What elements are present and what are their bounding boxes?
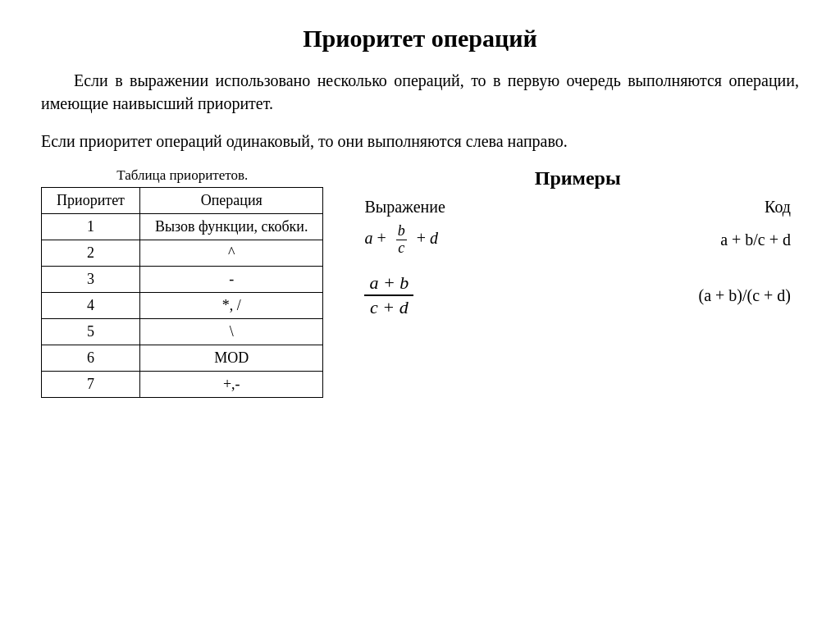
table-row: 3- — [42, 267, 323, 293]
example-row-1: a + b c + d a + b/c + d — [356, 223, 799, 257]
paragraph-1: Если в выражении использовано несколько … — [41, 69, 799, 115]
col-header-priority: Приоритет — [42, 188, 140, 214]
content-area: Таблица приоритетов. Приоритет Операция … — [41, 167, 799, 398]
cell-operation-5: MOD — [140, 345, 323, 372]
cell-priority-6: 7 — [42, 372, 140, 398]
big-fraction-2: a + b c + d — [364, 272, 413, 320]
col-header-operation: Операция — [140, 188, 323, 214]
cell-operation-3: *, / — [140, 293, 323, 319]
small-fraction-1: b c — [396, 223, 407, 257]
page-title: Приоритет операций — [41, 25, 799, 52]
table-row: 5\ — [42, 319, 323, 345]
examples-section: Примеры Выражение Код a + b c + d a + b/… — [348, 167, 799, 335]
table-row: 7+,- — [42, 372, 323, 398]
table-row: 1Вызов функции, скобки. — [42, 214, 323, 240]
cell-operation-1: ^ — [140, 240, 323, 267]
expr-math-2: a + b c + d — [364, 272, 479, 320]
paragraph-2: Если приоритет операций одинаковый, то о… — [41, 130, 799, 153]
col-code-label: Код — [765, 198, 791, 217]
table-row: 6MOD — [42, 345, 323, 372]
expr-code-1: a + b/c + d — [720, 231, 791, 249]
cell-operation-6: +,- — [140, 372, 323, 398]
priority-table: Приоритет Операция 1Вызов функции, скобк… — [41, 187, 323, 398]
table-section: Таблица приоритетов. Приоритет Операция … — [41, 167, 323, 398]
expr-math-1: a + b c + d — [364, 223, 479, 257]
cell-operation-4: \ — [140, 319, 323, 345]
expr-code-2: (a + b)/(c + d) — [698, 286, 791, 305]
examples-title: Примеры — [356, 167, 799, 189]
cell-priority-3: 4 — [42, 293, 140, 319]
examples-header: Выражение Код — [356, 198, 799, 217]
example-row-2: a + b c + d (a + b)/(c + d) — [356, 272, 799, 320]
table-row: 2^ — [42, 240, 323, 267]
table-caption: Таблица приоритетов. — [41, 167, 323, 184]
cell-priority-1: 2 — [42, 240, 140, 267]
cell-operation-0: Вызов функции, скобки. — [140, 214, 323, 240]
cell-operation-2: - — [140, 267, 323, 293]
cell-priority-5: 6 — [42, 345, 140, 372]
cell-priority-4: 5 — [42, 319, 140, 345]
table-row: 4*, / — [42, 293, 323, 319]
cell-priority-0: 1 — [42, 214, 140, 240]
cell-priority-2: 3 — [42, 267, 140, 293]
col-expression-label: Выражение — [364, 198, 445, 217]
